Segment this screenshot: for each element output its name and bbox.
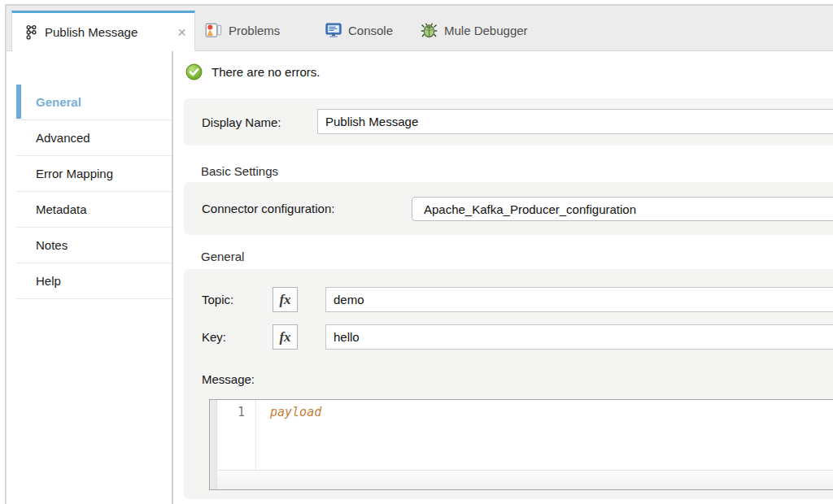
tab-label: Console <box>348 24 393 37</box>
view-tab-bar: Publish Message × Problems <box>7 6 833 51</box>
tab-publish-message[interactable]: Publish Message × <box>11 11 195 51</box>
connector-configuration-select[interactable]: Apache_Kafka_Producer_configuration <box>412 197 833 221</box>
sidebar-item-general[interactable]: General <box>16 85 172 120</box>
close-icon[interactable]: × <box>177 24 186 40</box>
editor-horizontal-scrollbar[interactable] <box>217 470 833 489</box>
window-edge-left <box>5 4 7 504</box>
sidebar-item-metadata[interactable]: Metadata <box>16 192 172 228</box>
console-icon <box>325 23 342 38</box>
status-message: There are no errors. <box>212 65 320 79</box>
topic-expression-button[interactable]: fx <box>273 287 298 312</box>
key-label: Key: <box>202 324 226 350</box>
general-panel: Topic: fx Key: fx Message: 1 payload <box>184 269 833 499</box>
display-name-input[interactable] <box>317 109 833 134</box>
basic-settings-panel: Connector configuration: Apache_Kafka_Pr… <box>184 182 833 235</box>
sidebar-item-help[interactable]: Help <box>16 263 172 299</box>
editor-code-content[interactable]: payload <box>257 400 833 471</box>
properties-view: Publish Message × Problems <box>0 0 833 504</box>
sidebar-item-notes[interactable]: Notes <box>16 228 172 263</box>
properties-editor: There are no errors. Display Name: Basic… <box>175 51 833 504</box>
properties-sidebar: General Advanced Error Mapping Metadata … <box>8 51 173 504</box>
problems-icon <box>205 23 222 38</box>
topic-label: Topic: <box>202 287 233 312</box>
display-name-label: Display Name: <box>202 98 281 146</box>
message-code-editor[interactable]: 1 payload <box>209 399 833 490</box>
general-title: General <box>201 250 244 263</box>
key-input[interactable] <box>325 324 833 350</box>
editor-line-number: 1 <box>217 400 256 471</box>
tab-mule-debugger[interactable]: Mule Debugger <box>421 11 528 50</box>
topic-input[interactable] <box>325 287 833 312</box>
tab-label: Problems <box>229 24 280 37</box>
sidebar-nav: General Advanced Error Mapping Metadata … <box>8 85 172 299</box>
editor-gutter <box>210 400 217 489</box>
success-check-icon <box>185 63 203 80</box>
display-name-panel: Display Name: <box>184 98 833 146</box>
mule-debugger-icon <box>421 23 438 39</box>
kafka-icon <box>25 24 37 40</box>
sidebar-item-advanced[interactable]: Advanced <box>16 120 172 156</box>
validation-status: There are no errors. <box>185 63 320 80</box>
basic-settings-title: Basic Settings <box>201 164 278 178</box>
sidebar-item-error-mapping[interactable]: Error Mapping <box>16 156 172 192</box>
tab-console[interactable]: Console <box>325 11 393 50</box>
message-label: Message: <box>202 372 255 386</box>
tab-label: Mule Debugger <box>444 24 528 37</box>
tab-problems[interactable]: Problems <box>205 11 280 50</box>
key-expression-button[interactable]: fx <box>273 324 298 350</box>
connector-configuration-label: Connector configuration: <box>202 182 334 235</box>
tab-label: Publish Message <box>45 25 137 39</box>
connector-configuration-value: Apache_Kafka_Producer_configuration <box>424 202 636 216</box>
